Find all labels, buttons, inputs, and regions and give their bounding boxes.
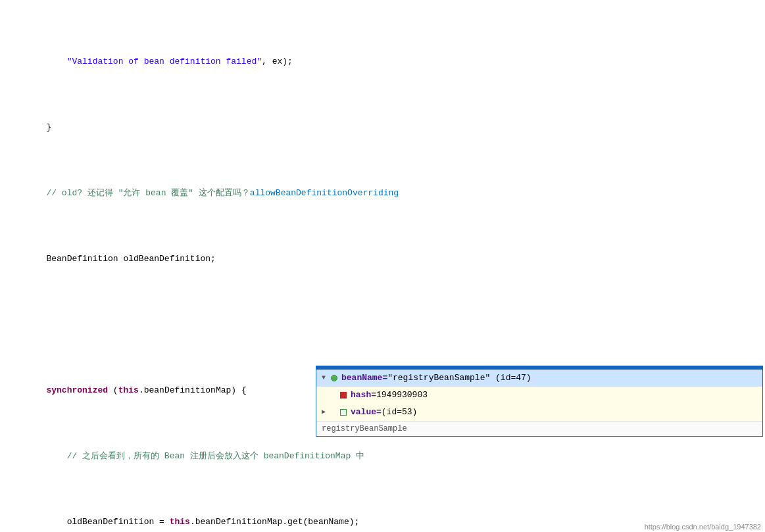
- debug-label-beanname: beanName=: [341, 371, 387, 385]
- circle-icon: [331, 375, 337, 381]
- bottom-url: https://blog.csdn.net/baidg_1947382: [641, 521, 765, 532]
- debug-label-value: value=: [351, 405, 382, 420]
- debug-row-hash: hash= 1949930903: [316, 387, 762, 404]
- spacer-arrow: [322, 388, 331, 402]
- debug-value-hash: 1949930903: [376, 388, 428, 402]
- debug-footer-text: registryBeanSample: [322, 424, 407, 433]
- expand-arrow[interactable]: ▼: [322, 371, 331, 385]
- code-area: "Validation of bean definition failed", …: [0, 0, 765, 532]
- debug-value-value: (id=53): [382, 405, 418, 420]
- debug-footer: registryBeanSample: [316, 421, 762, 436]
- code-line-5: [0, 318, 765, 331]
- rect-icon: [340, 392, 347, 399]
- code-line-4: BeanDefinition oldBeanDefinition;: [0, 253, 765, 266]
- code-lines: "Validation of bean definition failed", …: [0, 0, 765, 532]
- debug-label-hash: hash=: [351, 388, 376, 402]
- code-line-3: // old? 还记得 "允许 bean 覆盖" 这个配置吗？allowBean…: [0, 187, 765, 200]
- code-line-2: }: [0, 121, 765, 134]
- debug-value-beanname: "registryBeanSample" (id=47): [387, 371, 531, 385]
- code-line-1: "Validation of bean definition failed", …: [0, 55, 765, 68]
- field-icon: [340, 409, 347, 416]
- debug-row-value[interactable]: ▶ value= (id=53): [316, 404, 762, 421]
- url-text: https://blog.csdn.net/baidg_1947382: [645, 523, 761, 531]
- code-line-7: // 之后会看到，所有的 Bean 注册后会放入这个 beanDefinitio…: [0, 450, 765, 463]
- debug-popup: ▼ beanName= "registryBeanSample" (id=47)…: [316, 366, 763, 437]
- expand-arrow-value[interactable]: ▶: [322, 405, 331, 420]
- debug-row-beanname[interactable]: ▼ beanName= "registryBeanSample" (id=47): [316, 370, 762, 387]
